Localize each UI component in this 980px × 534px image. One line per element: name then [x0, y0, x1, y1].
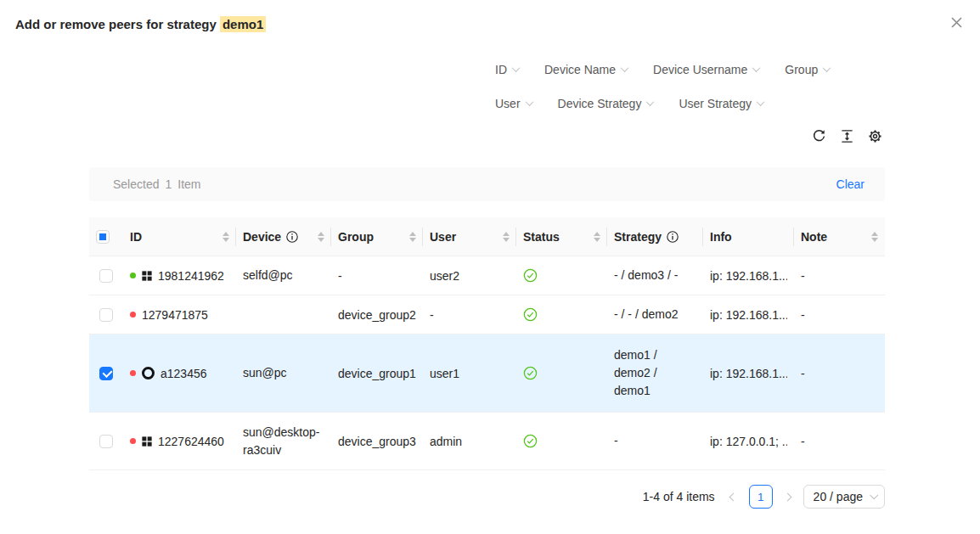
- device-name: selfd@pc: [243, 267, 293, 284]
- sorter-icon: [503, 232, 510, 242]
- column-header-user[interactable]: User: [423, 217, 516, 256]
- chevron-down-icon: [752, 64, 761, 72]
- next-page-button[interactable]: [781, 485, 795, 509]
- peer-id: 1227624460: [158, 435, 224, 448]
- filter-row-2: User Device Strategy User Strategy: [495, 96, 830, 110]
- info-circle-icon[interactable]: [667, 231, 679, 243]
- peer-id: a123456: [161, 367, 207, 380]
- dialog-title-text: Add or remove peers for strategy: [15, 17, 220, 31]
- check-circle-icon: [523, 366, 538, 380]
- refresh-icon: [812, 129, 826, 143]
- user-name: -: [430, 308, 434, 322]
- column-height-icon: [840, 129, 854, 143]
- row-checkbox[interactable]: [99, 435, 113, 448]
- group-name: device_group2: [338, 308, 416, 322]
- page-size-select[interactable]: 20 / page: [803, 485, 885, 509]
- info-circle-icon[interactable]: [286, 231, 298, 243]
- table-row: 1227624460 sun@desktop-ra3cuiv device_gr…: [89, 413, 885, 470]
- device-name: sun@desktop-ra3cuiv: [243, 424, 324, 459]
- prev-page-button[interactable]: [727, 485, 741, 509]
- user-name: user1: [430, 367, 459, 380]
- sorter-icon: [318, 232, 324, 242]
- presence-dot-red-icon: [130, 370, 136, 376]
- gear-icon: [868, 129, 882, 143]
- refresh-button[interactable]: [811, 128, 826, 143]
- column-label: Device: [243, 230, 281, 244]
- table-row-selected: a123456 sun@pc device_group1 user1 demo1…: [89, 334, 885, 413]
- presence-dot-red-icon: [130, 312, 136, 318]
- filter-user-strategy[interactable]: User Strategy: [679, 97, 763, 110]
- note-value: -: [801, 308, 805, 322]
- add-remove-peers-dialog: Add or remove peers for strategy demo1 I…: [0, 0, 980, 534]
- column-header-status[interactable]: Status: [516, 217, 607, 256]
- column-label: Status: [523, 230, 560, 244]
- strategy-value: - / demo3 / -: [614, 267, 678, 284]
- row-checkbox[interactable]: [99, 308, 113, 322]
- column-header-info: Info: [703, 217, 794, 256]
- sorter-icon: [409, 232, 416, 242]
- chevron-down-icon: [646, 98, 655, 106]
- filter-device-name-label: Device Name: [544, 63, 616, 76]
- column-label: Strategy: [614, 230, 662, 244]
- filter-user[interactable]: User: [495, 97, 532, 110]
- column-label: Group: [338, 230, 374, 244]
- group-name: device_group3: [338, 435, 416, 448]
- filter-user-label: User: [495, 97, 521, 110]
- device-name: sun@pc: [243, 364, 287, 382]
- row-checkbox[interactable]: [99, 269, 113, 283]
- note-value: -: [801, 435, 805, 448]
- chevron-down-icon: [512, 64, 521, 72]
- filter-device-strategy-label: Device Strategy: [558, 97, 642, 110]
- info-value: ip: 192.168.1...: [710, 308, 787, 322]
- dialog-title: Add or remove peers for strategy demo1: [15, 17, 266, 31]
- clear-selection-link[interactable]: Clear: [836, 177, 865, 191]
- strategy-name-highlight: demo1: [220, 16, 266, 32]
- selection-bar: Selected 1 Item Clear: [89, 167, 885, 201]
- table-row: 1981241962 selfd@pc - user2 - / demo3 / …: [89, 256, 885, 295]
- column-header-note[interactable]: Note: [794, 217, 885, 256]
- close-icon: [949, 15, 964, 30]
- strategy-value: demo1 / demo2 / demo1: [614, 346, 696, 400]
- filter-id[interactable]: ID: [495, 63, 519, 76]
- pagination: 1-4 of 4 items 1 20 / page: [643, 485, 885, 509]
- strategy-value: - / - / demo2: [614, 306, 678, 323]
- selected-label: Selected: [113, 177, 159, 191]
- info-value: ip: 192.168.1...: [710, 269, 787, 283]
- chevron-down-icon: [525, 98, 533, 106]
- column-header-id[interactable]: ID: [123, 217, 236, 256]
- chevron-down-icon: [757, 98, 765, 106]
- column-header-group[interactable]: Group: [331, 217, 423, 256]
- filter-group[interactable]: Group: [785, 63, 830, 76]
- peer-id: 1981241962: [158, 269, 224, 283]
- chevron-down-icon: [870, 491, 878, 499]
- chevron-down-icon: [823, 64, 831, 72]
- settings-button[interactable]: [867, 128, 882, 143]
- pagination-total-text: 1-4 of 4 items: [643, 490, 715, 503]
- peer-id: 1279471875: [142, 308, 208, 322]
- filter-group-label: Group: [785, 63, 818, 76]
- select-all-checkbox[interactable]: [96, 230, 110, 244]
- density-button[interactable]: [839, 128, 854, 143]
- column-label: Info: [710, 230, 732, 244]
- page-1-button[interactable]: 1: [749, 485, 773, 509]
- ring-os-icon: [142, 367, 155, 379]
- table-header-row: ID Device Group User Status: [89, 217, 885, 256]
- sorter-icon: [871, 232, 878, 242]
- chevron-left-icon: [729, 492, 738, 501]
- filter-id-label: ID: [495, 63, 507, 76]
- chevron-down-icon: [621, 64, 629, 72]
- info-value: ip: 192.168.1...: [710, 367, 787, 380]
- filter-device-username[interactable]: Device Username: [653, 63, 759, 76]
- row-checkbox[interactable]: [99, 367, 113, 380]
- check-circle-icon: [523, 268, 538, 283]
- check-circle-icon: [523, 307, 538, 322]
- close-button[interactable]: [946, 12, 966, 32]
- group-name: -: [338, 269, 342, 283]
- sorter-icon: [594, 232, 600, 242]
- filter-row-1: ID Device Name Device Username Group: [495, 62, 830, 76]
- column-header-device[interactable]: Device: [236, 217, 331, 256]
- column-header-strategy[interactable]: Strategy: [607, 217, 703, 256]
- filter-device-strategy[interactable]: Device Strategy: [558, 97, 654, 110]
- filter-device-name[interactable]: Device Name: [544, 63, 628, 76]
- column-label: Note: [801, 230, 827, 244]
